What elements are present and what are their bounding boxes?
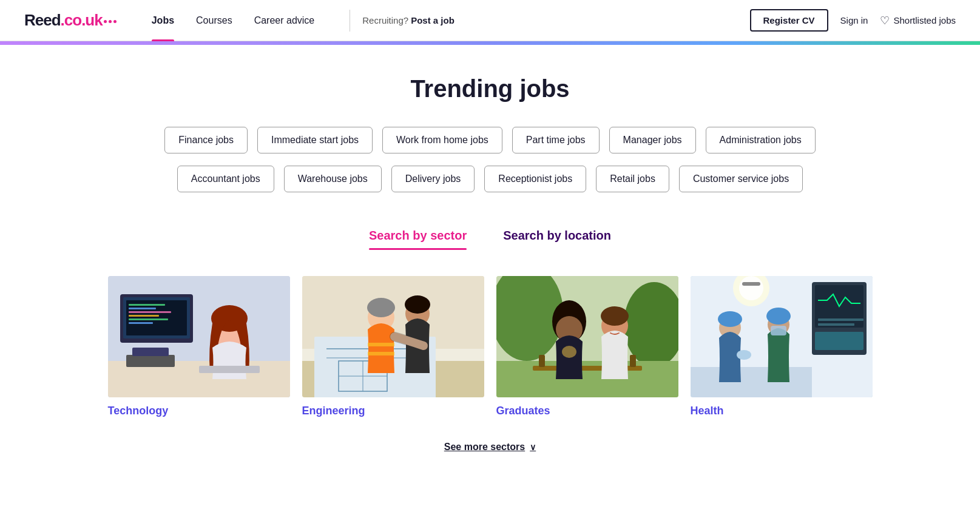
tag-customer-service-jobs[interactable]: Customer service jobs [679, 166, 803, 192]
tag-receptionist-jobs[interactable]: Receptionist jobs [484, 166, 586, 192]
sector-grid: Technology [108, 276, 873, 417]
register-cv-button[interactable]: Register CV [750, 9, 828, 32]
trending-title: Trending jobs [108, 75, 873, 103]
svg-rect-9 [129, 322, 153, 324]
tabs-container: Search by sector Search by location [108, 229, 873, 252]
svg-rect-28 [368, 352, 394, 355]
nav-item-jobs[interactable]: Jobs [141, 0, 185, 41]
tag-administration-jobs[interactable]: Administration jobs [706, 127, 816, 153]
svg-rect-4 [129, 304, 165, 306]
header-divider [350, 10, 350, 32]
svg-rect-5 [129, 308, 156, 309]
tag-row-1: Finance jobs Immediate start jobs Work f… [164, 127, 815, 153]
svg-point-40 [562, 346, 576, 358]
svg-rect-47 [742, 282, 760, 286]
svg-rect-15 [132, 348, 169, 356]
tag-accountant-jobs[interactable]: Accountant jobs [177, 166, 274, 192]
nav-item-courses[interactable]: Courses [185, 0, 243, 41]
svg-point-59 [737, 350, 751, 360]
main-nav: Jobs Courses Career advice [141, 0, 338, 41]
logo-dots [104, 20, 117, 23]
tag-immediate-start-jobs[interactable]: Immediate start jobs [257, 127, 373, 153]
nav-link-courses[interactable]: Courses [185, 0, 243, 41]
tag-rows: Finance jobs Immediate start jobs Work f… [108, 127, 873, 192]
svg-rect-6 [129, 311, 171, 313]
recruiting-text: Recruiting? [362, 15, 408, 25]
svg-point-42 [601, 306, 629, 326]
svg-point-58 [718, 311, 742, 327]
header: Reed.co.uk Jobs Courses Career advice Re… [0, 0, 980, 41]
svg-rect-52 [815, 332, 863, 350]
nav-item-career-advice[interactable]: Career advice [243, 0, 326, 41]
main-content: Trending jobs Finance jobs Immediate sta… [96, 45, 885, 483]
svg-point-30 [405, 295, 430, 314]
logo-dot-1 [104, 20, 107, 23]
tag-retail-jobs[interactable]: Retail jobs [596, 166, 669, 192]
tag-part-time-jobs[interactable]: Part time jobs [512, 127, 600, 153]
svg-rect-51 [818, 323, 854, 326]
shortlisted-label: Shortlisted jobs [893, 15, 956, 25]
sign-in-link[interactable]: Sign in [840, 15, 868, 25]
tab-search-by-location[interactable]: Search by location [503, 229, 611, 250]
sector-card-graduates[interactable]: Graduates [496, 276, 678, 417]
see-more-sectors[interactable]: See more sectors ∨ [108, 442, 873, 453]
logo-dot-2 [109, 20, 112, 23]
tag-manager-jobs[interactable]: Manager jobs [609, 127, 696, 153]
heart-icon: ♡ [880, 14, 890, 27]
svg-point-55 [766, 308, 791, 325]
tag-warehouse-jobs[interactable]: Warehouse jobs [284, 166, 382, 192]
sector-img-graduates [496, 276, 678, 397]
logo-couk-text: .co.uk [61, 11, 103, 30]
sector-label-health: Health [691, 405, 724, 417]
tag-row-2: Accountant jobs Warehouse jobs Delivery … [177, 166, 803, 192]
sector-img-engineering [302, 276, 484, 397]
shortlisted-button[interactable]: ♡ Shortlisted jobs [880, 14, 956, 27]
tag-delivery-jobs[interactable]: Delivery jobs [391, 166, 475, 192]
chevron-down-icon: ∨ [530, 442, 536, 452]
tag-finance-jobs[interactable]: Finance jobs [164, 127, 248, 153]
nav-link-jobs[interactable]: Jobs [141, 0, 185, 41]
svg-rect-8 [129, 318, 168, 320]
sector-card-engineering[interactable]: Engineering [302, 276, 484, 417]
nav-link-career-advice[interactable]: Career advice [243, 0, 326, 41]
svg-rect-13 [199, 366, 260, 373]
post-job-link[interactable]: Post a job [411, 15, 455, 25]
sector-label-graduates: Graduates [496, 405, 550, 417]
svg-rect-56 [771, 326, 786, 335]
svg-rect-37 [630, 355, 636, 367]
svg-point-46 [739, 276, 763, 300]
sector-img-health [691, 276, 873, 397]
svg-rect-36 [539, 355, 545, 367]
see-more-label: See more sectors [444, 442, 525, 453]
logo-dot-3 [113, 20, 117, 23]
tag-work-from-home-jobs[interactable]: Work from home jobs [382, 127, 502, 153]
logo-reed-text: Reed [24, 11, 61, 30]
svg-rect-50 [818, 318, 863, 321]
svg-point-26 [367, 298, 395, 317]
tab-search-by-sector[interactable]: Search by sector [369, 229, 467, 250]
sector-img-technology [108, 276, 290, 397]
svg-rect-53 [691, 367, 812, 397]
nav-links: Jobs Courses Career advice [141, 0, 326, 41]
svg-rect-27 [368, 343, 394, 346]
sector-tabs: Search by sector Search by location [108, 229, 873, 250]
sector-card-health[interactable]: Health [691, 276, 873, 417]
svg-rect-14 [126, 355, 175, 367]
svg-rect-7 [129, 315, 159, 317]
sector-label-technology: Technology [108, 405, 169, 417]
header-right: Register CV Sign in ♡ Shortlisted jobs [750, 9, 956, 32]
logo[interactable]: Reed.co.uk [24, 11, 117, 30]
sector-label-engineering: Engineering [302, 405, 365, 417]
sector-card-technology[interactable]: Technology [108, 276, 290, 417]
